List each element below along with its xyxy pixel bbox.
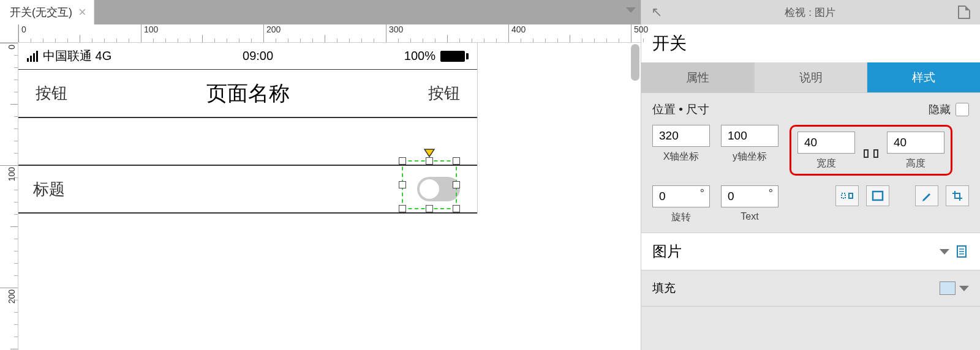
svg-rect-3 <box>842 193 845 198</box>
battery-icon <box>440 51 469 62</box>
tab-style[interactable]: 样式 <box>867 62 980 92</box>
flip-horizontal-icon[interactable] <box>835 185 859 206</box>
height-label: 高度 <box>906 157 925 170</box>
clock-label: 09:00 <box>243 49 273 63</box>
tab-notes[interactable]: 说明 <box>755 62 868 92</box>
nav-left-button[interactable]: 按钮 <box>36 83 67 104</box>
flip-vertical-icon[interactable] <box>866 185 889 206</box>
phone-frame: 中国联通 4G 09:00 100% 按钮 页面名称 按钮 <box>18 43 478 214</box>
switch-widget[interactable] <box>417 177 460 201</box>
hidden-label: 隐藏 <box>929 102 951 117</box>
ruler-tick-label: 500 <box>634 24 648 34</box>
design-canvas[interactable]: 中国联通 4G 09:00 100% 按钮 页面名称 按钮 <box>18 43 641 350</box>
tab-title: 开关(无交互) <box>10 5 72 20</box>
list-row-toggle[interactable]: 标题 <box>18 166 477 214</box>
fill-section[interactable]: 填充 <box>641 270 980 307</box>
chevron-down-icon <box>940 249 949 255</box>
tab-overflow-button[interactable] <box>619 0 641 24</box>
row-title: 标题 <box>33 179 65 200</box>
scrollbar-vertical[interactable] <box>631 44 639 81</box>
text-label: Text <box>741 211 758 222</box>
crop-icon[interactable] <box>946 185 969 206</box>
ruler-tick-label: 400 <box>511 24 526 34</box>
navigation-bar: 按钮 页面名称 按钮 <box>18 69 477 118</box>
width-label: 宽度 <box>816 157 836 170</box>
tab-strip: 开关(无交互) × <box>0 0 641 24</box>
size-highlight: 40 宽度 40 高度 <box>790 125 952 176</box>
ruler-tick-label: 200 <box>266 24 281 34</box>
y-label: y轴坐标 <box>733 151 767 163</box>
status-bar: 中国联通 4G 09:00 100% <box>18 43 477 69</box>
list-row-empty[interactable] <box>18 118 477 166</box>
document-icon[interactable] <box>958 6 970 19</box>
ruler-corner <box>0 24 18 43</box>
ruler-horizontal[interactable]: 0 100 200 300 400 500 document.write(Arr… <box>18 24 641 43</box>
ruler-tick-label: 300 <box>389 24 403 34</box>
rotation-label: 旋转 <box>671 211 691 224</box>
x-input[interactable]: 320 <box>652 125 710 147</box>
edit-points-icon[interactable] <box>956 245 969 258</box>
carrier-label: 中国联通 4G <box>43 48 111 64</box>
collapse-panel-icon[interactable]: ↖ <box>651 4 662 20</box>
ruler-tick-label: 0 <box>7 45 17 50</box>
ruler-tick-label: 100 <box>7 167 17 181</box>
svg-rect-4 <box>849 193 853 198</box>
text-rotation-input[interactable]: 0 <box>721 185 778 207</box>
close-icon[interactable]: × <box>78 6 86 19</box>
inspector-header: ↖ 检视 : 图片 <box>641 0 980 24</box>
tab-properties[interactable]: 属性 <box>641 62 755 92</box>
chevron-down-icon <box>959 286 969 291</box>
chevron-down-icon <box>626 7 636 13</box>
hidden-checkbox[interactable] <box>956 103 969 116</box>
fill-swatch[interactable] <box>940 281 956 295</box>
ruler-tick-label: 0 <box>21 24 26 34</box>
image-section[interactable]: 图片 <box>641 233 980 270</box>
inspector-tabs: 属性 说明 样式 <box>641 62 980 93</box>
inspector-panel: ↖ 检视 : 图片 开关 属性 说明 样式 位置 • 尺寸 隐藏 320 X轴坐… <box>641 0 980 350</box>
aspect-lock-icon[interactable] <box>862 147 880 160</box>
y-input[interactable]: 100 <box>721 125 778 147</box>
edit-icon[interactable] <box>915 185 938 206</box>
image-section-label: 图片 <box>652 242 682 261</box>
document-tab[interactable]: 开关(无交互) × <box>0 0 94 24</box>
rotation-input[interactable]: 0 <box>652 185 710 207</box>
height-input[interactable]: 40 <box>887 132 944 154</box>
position-size-label: 位置 • 尺寸 <box>652 102 709 117</box>
nav-right-button[interactable]: 按钮 <box>428 83 460 104</box>
ruler-tick-label: 100 <box>144 24 158 34</box>
x-label: X轴坐标 <box>663 151 699 163</box>
nav-title: 页面名称 <box>206 80 290 108</box>
width-input[interactable]: 40 <box>797 132 855 154</box>
svg-rect-2 <box>874 150 878 157</box>
inspector-header-title: 检视 : 图片 <box>785 6 835 20</box>
ruler-tick-label: 200 <box>7 289 17 303</box>
fill-label: 填充 <box>652 280 676 296</box>
signal-icon <box>27 51 38 62</box>
battery-label: 100% <box>404 49 435 63</box>
svg-rect-5 <box>873 192 883 200</box>
selected-element-name: 开关 <box>641 24 980 62</box>
ruler-vertical[interactable]: 0 100 200 document.write(Array.from({len… <box>0 43 18 350</box>
svg-rect-1 <box>864 150 868 157</box>
